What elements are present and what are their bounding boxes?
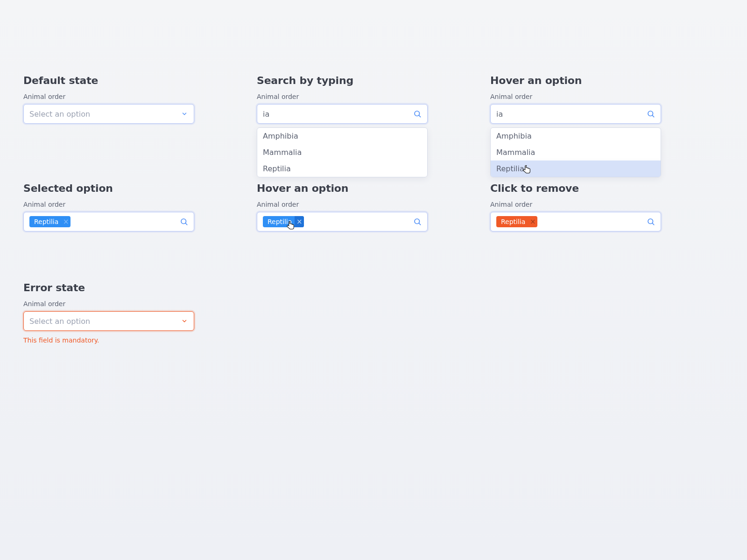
select-default[interactable]: Select an option	[23, 104, 194, 124]
field-label: Animal order	[257, 93, 428, 100]
selected-tag-label: Reptilia	[501, 218, 528, 225]
select-placeholder: Select an option	[29, 317, 181, 326]
option-amphibia[interactable]: Amphibia	[491, 128, 661, 144]
option-mammalia[interactable]: Mammalia	[491, 144, 661, 161]
field-label: Animal order	[490, 201, 661, 208]
section-title-hover-option: Hover an option	[490, 75, 661, 86]
svg-line-3	[652, 115, 654, 117]
select-remove[interactable]: Reptilia ×	[490, 212, 661, 231]
search-icon	[647, 217, 655, 226]
select-hover[interactable]: ia	[490, 104, 661, 124]
option-reptilia-hovered[interactable]: Reptilia	[491, 161, 661, 177]
selected-tag-label: Reptilia	[34, 218, 61, 225]
select-selected[interactable]: Reptilia ×	[23, 212, 194, 231]
select-placeholder: Select an option	[29, 110, 181, 119]
option-amphibia[interactable]: Amphibia	[257, 128, 427, 144]
svg-line-9	[652, 223, 654, 225]
section-title-error: Error state	[23, 282, 194, 294]
search-icon	[413, 110, 422, 118]
select-error[interactable]: Select an option	[23, 311, 194, 331]
search-input-text[interactable]: ia	[263, 110, 413, 119]
option-reptilia[interactable]: Reptilia	[257, 161, 427, 177]
svg-line-7	[419, 223, 421, 225]
field-label: Animal order	[257, 201, 428, 208]
section-title-default: Default state	[23, 75, 194, 86]
section-title-hover-tag: Hover an option	[257, 182, 428, 194]
field-label: Animal order	[490, 93, 661, 100]
search-icon	[647, 110, 655, 118]
error-message: This field is mandatory.	[23, 336, 194, 344]
search-icon	[413, 217, 422, 226]
search-icon	[180, 217, 188, 226]
dropdown-list: Amphibia Mammalia Reptilia	[257, 127, 428, 177]
select-tag-hover[interactable]: Reptilia ×	[257, 212, 428, 231]
select-search[interactable]: ia	[257, 104, 428, 124]
chevron-down-icon	[181, 317, 188, 325]
svg-line-5	[185, 223, 187, 225]
remove-tag-icon[interactable]: ×	[61, 216, 70, 227]
dropdown-list: Amphibia Mammalia Reptilia	[490, 127, 661, 177]
remove-tag-icon-hover[interactable]: ×	[295, 216, 304, 227]
section-title-selected: Selected option	[23, 182, 194, 194]
selected-tag-label: Reptilia	[268, 218, 295, 225]
field-label: Animal order	[23, 93, 194, 100]
field-label: Animal order	[23, 300, 194, 308]
search-input-text[interactable]: ia	[496, 110, 647, 119]
option-mammalia[interactable]: Mammalia	[257, 144, 427, 161]
svg-line-1	[419, 115, 421, 117]
section-title-remove: Click to remove	[490, 182, 661, 194]
remove-tag-icon-active[interactable]: ×	[528, 216, 537, 227]
chevron-down-icon	[181, 110, 188, 118]
selected-tag-hover[interactable]: Reptilia ×	[263, 216, 304, 227]
selected-tag-removing[interactable]: Reptilia ×	[496, 216, 537, 227]
field-label: Animal order	[23, 201, 194, 208]
section-title-search: Search by typing	[257, 75, 428, 86]
selected-tag[interactable]: Reptilia ×	[29, 216, 70, 227]
